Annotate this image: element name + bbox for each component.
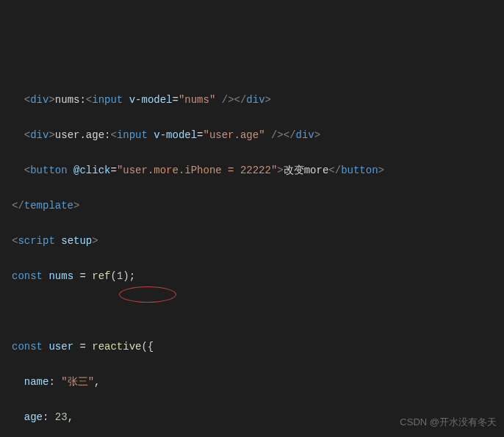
code-line: <div>nums:<input v-model="nums" /></div> bbox=[12, 91, 504, 109]
code-editor[interactable]: <div>nums:<input v-model="nums" /></div>… bbox=[12, 73, 504, 437]
code-line: const user = reactive({ bbox=[12, 338, 504, 355]
code-line bbox=[12, 303, 504, 320]
code-line: </template> bbox=[12, 197, 504, 214]
code-line: const nums = ref(1); bbox=[12, 267, 504, 285]
code-line: <div>user.age:<input v-model="user.age" … bbox=[12, 126, 504, 144]
watermark-text: CSDN @开水没有冬天 bbox=[400, 413, 497, 431]
code-line: <script setup> bbox=[12, 232, 504, 250]
code-line: name: "张三", bbox=[12, 373, 504, 391]
code-line: <button @click="user.more.iPhone = 22222… bbox=[12, 162, 504, 179]
